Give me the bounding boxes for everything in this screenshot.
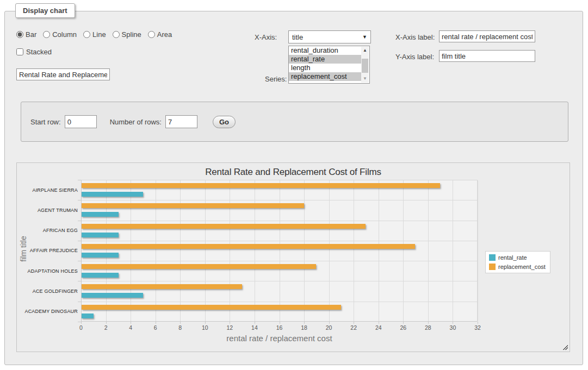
x-axis-label-field-label: X-Axis label:	[395, 33, 435, 41]
replacement_cost-bar-adaptation-holes[interactable]	[82, 264, 316, 269]
rental_rate-bar-ace-goldfinger[interactable]	[82, 293, 143, 298]
replacement_cost-bar-ace-goldfinger[interactable]	[82, 284, 242, 289]
rental_rate-bar-airplane-sierra[interactable]	[82, 192, 143, 197]
series-option-replacement_cost[interactable]: replacement_cost	[289, 72, 361, 81]
chart-type-radio-label: Line	[92, 30, 106, 39]
rental_rate-bar-academy-dinosaur[interactable]	[82, 313, 94, 318]
num-rows-label: Number of rows:	[110, 118, 162, 126]
x-tick-label: 8	[178, 324, 182, 331]
category-label: ACADEMY DINOSAUR	[17, 302, 78, 322]
resize-handle-icon[interactable]	[562, 344, 568, 350]
x-tick-label: 26	[400, 324, 406, 331]
x-tick-label: 4	[129, 324, 132, 331]
chart-type-radio-label: Spline	[122, 30, 141, 39]
replacement_cost-bar-academy-dinosaur[interactable]	[82, 305, 341, 310]
category-label: ADAPTATION HOLES	[17, 261, 78, 281]
chart-type-radio-spline[interactable]	[113, 31, 120, 38]
x-tick-mark	[131, 322, 131, 324]
y-axis-label-input[interactable]	[439, 50, 535, 62]
scrollbar-thumb[interactable]	[362, 59, 368, 73]
category-label: AIRPLANE SIERRA	[17, 180, 78, 200]
series-option-rental_rate[interactable]: rental_rate	[289, 55, 361, 64]
chart-type-radio-line[interactable]	[83, 31, 90, 38]
stacked-option: Stacked	[16, 48, 52, 56]
legend-label: rental_rate	[498, 254, 527, 261]
chart-title-input[interactable]	[16, 68, 110, 80]
gridline	[478, 180, 478, 321]
scroll-up-icon[interactable]: ▲	[361, 47, 369, 54]
category-band-agent-truman	[82, 200, 477, 221]
plot-area	[81, 180, 478, 322]
chart-type-radio-area[interactable]	[148, 31, 155, 38]
rental_rate-bar-adaptation-holes[interactable]	[82, 273, 119, 278]
scroll-down-icon[interactable]: ▼	[361, 75, 369, 83]
category-band-african-egg	[82, 221, 477, 241]
start-row-input[interactable]	[65, 115, 97, 128]
x-tick-mark	[354, 322, 354, 324]
rental_rate-bar-agent-truman[interactable]	[82, 212, 119, 217]
chevron-down-icon: ▼	[362, 34, 367, 40]
series-option-length[interactable]: length	[289, 64, 361, 72]
x-tick-mark	[304, 322, 305, 324]
stacked-checkbox[interactable]	[16, 48, 23, 55]
category-label: AFRICAN EGG	[17, 221, 78, 241]
x-tick-mark	[428, 322, 429, 324]
chart-type-option-line[interactable]: Line	[83, 30, 106, 39]
y-tick-mark	[78, 302, 81, 302]
replacement_cost-bar-affair-prejudice[interactable]	[82, 244, 415, 249]
chart-type-radio-bar[interactable]	[16, 31, 23, 38]
chart-type-radio-label: Area	[157, 30, 172, 39]
series-scrollbar[interactable]: ▲ ▼	[361, 47, 369, 83]
y-tick-mark	[78, 281, 81, 281]
chart-type-radio-column[interactable]	[43, 31, 50, 38]
go-button[interactable]: Go	[213, 116, 236, 128]
chart-type-option-area[interactable]: Area	[148, 30, 172, 39]
x-tick-label: 10	[202, 324, 208, 331]
replacement_cost-bar-airplane-sierra[interactable]	[82, 183, 440, 188]
chart-type-radio-group: BarColumnLineSplineArea	[16, 30, 176, 39]
series-multiselect[interactable]: rental_durationrental_ratelengthreplacem…	[288, 46, 370, 84]
legend-swatch-icon	[489, 264, 496, 270]
y-axis-label-field-label: Y-Axis label:	[395, 53, 434, 61]
num-rows-input[interactable]	[165, 115, 197, 128]
x-axis-label-input[interactable]	[439, 30, 535, 42]
y-tick-mark	[78, 322, 81, 322]
chart-type-option-bar[interactable]: Bar	[16, 30, 36, 39]
category-band-adaptation-holes	[82, 261, 477, 281]
x-tick-label: 20	[326, 324, 332, 331]
series-options: rental_durationrental_ratelengthreplacem…	[289, 46, 369, 81]
x-tick-label: 30	[450, 324, 456, 331]
x-tick-mark	[329, 322, 330, 324]
series-option-rental_duration[interactable]: rental_duration	[289, 46, 361, 55]
category-band-academy-dinosaur	[82, 302, 477, 322]
category-band-affair-prejudice	[82, 241, 477, 261]
legend-label: replacement_cost	[498, 264, 546, 270]
chart-title: Rental Rate and Replacement Cost of Film…	[17, 167, 570, 178]
replacement_cost-bar-african-egg[interactable]	[82, 224, 366, 229]
x-tick-label: 16	[276, 324, 283, 331]
legend-item-rental_rate[interactable]: rental_rate	[489, 254, 546, 261]
x-axis-select[interactable]: title ▼	[288, 30, 371, 43]
x-tick-mark	[205, 322, 206, 324]
chart-container: Rental Rate and Replacement Cost of Film…	[16, 162, 570, 352]
category-band-airplane-sierra	[82, 180, 477, 200]
x-tick-label: 24	[375, 324, 382, 331]
x-axis-selected-value: title	[292, 33, 303, 41]
replacement_cost-bar-agent-truman[interactable]	[82, 203, 304, 208]
start-row-label: Start row:	[30, 118, 61, 126]
chart-type-radio-label: Column	[52, 30, 77, 39]
x-tick-mark	[106, 322, 107, 324]
y-tick-mark	[78, 221, 81, 221]
chart-type-option-spline[interactable]: Spline	[113, 30, 141, 39]
series-select-label: Series:	[265, 75, 287, 83]
x-tick-mark	[379, 322, 379, 324]
x-tick-label: 2	[104, 324, 108, 331]
rental_rate-bar-affair-prejudice[interactable]	[82, 253, 119, 258]
x-tick-mark	[180, 322, 181, 324]
x-tick-label: 22	[350, 324, 357, 331]
x-tick-mark	[156, 322, 156, 324]
x-axis-select-label: X-Axis:	[255, 33, 277, 41]
rental_rate-bar-african-egg[interactable]	[82, 233, 119, 237]
chart-type-option-column[interactable]: Column	[43, 30, 77, 39]
legend-item-replacement_cost[interactable]: replacement_cost	[489, 264, 546, 270]
